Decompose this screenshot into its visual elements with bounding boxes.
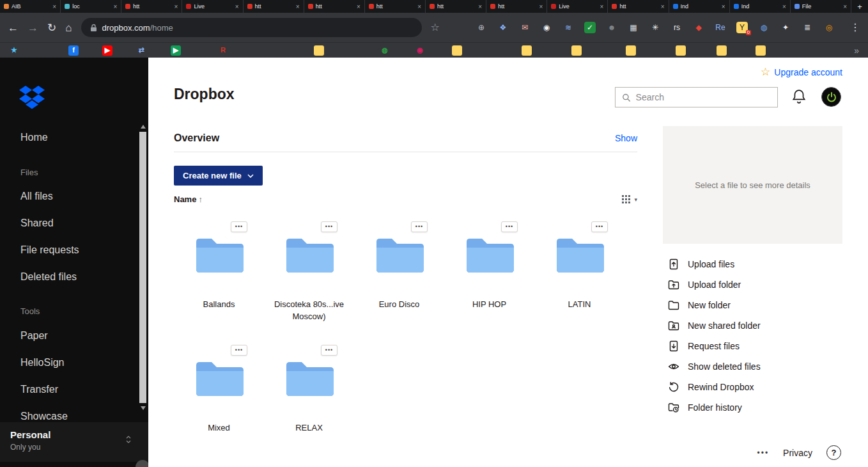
extension-icon[interactable]: ◆ (693, 22, 704, 33)
tab-close-icon[interactable]: × (417, 3, 421, 10)
upgrade-account[interactable]: ☆ Upgrade account (761, 65, 842, 79)
bookmark-icon[interactable] (522, 45, 532, 56)
folder-more-button[interactable]: ••• (501, 221, 518, 232)
tab-close-icon[interactable]: × (539, 3, 543, 10)
browser-tab[interactable]: htt × (121, 0, 182, 13)
tab-close-icon[interactable]: × (843, 3, 847, 10)
new-tab-button[interactable]: + (851, 0, 868, 13)
browser-tab[interactable]: htt × (365, 0, 426, 13)
sidebar-item-hellosign[interactable]: HelloSign (20, 357, 64, 368)
bookmark-icon[interactable]: ▶ (102, 45, 112, 56)
sidebar-item-transfer[interactable]: Transfer (20, 384, 58, 395)
bookmark-icon[interactable] (717, 45, 727, 56)
browser-tab[interactable]: htt × (486, 0, 547, 13)
extension-icon[interactable]: ❖ (497, 22, 509, 33)
extension-icon[interactable]: ▦ (628, 22, 639, 33)
search-box[interactable] (615, 87, 778, 107)
extension-icon[interactable]: ≣ (802, 22, 813, 33)
browser-tab[interactable]: htt × (304, 0, 365, 13)
extension-icon[interactable]: ◎ (823, 22, 835, 33)
action-request-files[interactable]: Request files (668, 336, 761, 356)
reload-icon[interactable]: ↻ (47, 22, 56, 33)
tab-close-icon[interactable]: × (661, 3, 665, 10)
bookmark-icon[interactable]: ⇄ (136, 45, 146, 56)
action-folder-history[interactable]: Folder history (668, 397, 761, 418)
tab-close-icon[interactable]: × (235, 3, 239, 10)
bookmark-icon[interactable] (452, 45, 462, 56)
sidebar-item-file-requests[interactable]: File requests (20, 244, 79, 256)
bookmarks-overflow-icon[interactable]: » (854, 45, 859, 56)
extension-icon[interactable]: ◍ (758, 22, 770, 33)
browser-tab[interactable]: loc × (61, 0, 121, 13)
privacy-link[interactable]: Privacy (783, 448, 812, 458)
tab-close-icon[interactable]: × (52, 3, 56, 10)
tab-close-icon[interactable]: × (600, 3, 604, 10)
bookmark-icon[interactable]: R (218, 45, 228, 56)
folder-more-button[interactable]: ••• (591, 221, 608, 232)
bookmark-icon[interactable] (676, 45, 686, 56)
sidebar-scrollbar[interactable] (139, 125, 147, 413)
tab-close-icon[interactable]: × (478, 3, 482, 10)
address-bar[interactable]: dropbox.com/home (81, 18, 422, 37)
sidebar-item-home[interactable]: Home (20, 132, 48, 143)
bookmark-icon[interactable]: f (68, 45, 79, 56)
action-new-shared-folder[interactable]: New shared folder (668, 315, 761, 336)
bookmark-icon[interactable]: ◍ (380, 45, 390, 56)
tab-close-icon[interactable]: × (782, 3, 786, 10)
show-link[interactable]: Show (615, 133, 637, 143)
search-input[interactable] (636, 92, 771, 102)
scroll-up-icon[interactable] (141, 125, 146, 129)
tab-close-icon[interactable]: × (722, 3, 725, 10)
avatar[interactable] (821, 87, 841, 107)
folder-more-button[interactable]: ••• (321, 221, 337, 232)
browser-menu-icon[interactable]: ⋮ (850, 22, 860, 33)
browser-tab[interactable]: File × (791, 0, 851, 13)
bookmark-icon[interactable] (626, 45, 636, 56)
bookmark-icon[interactable]: ◉ (415, 45, 425, 56)
tab-close-icon[interactable]: × (357, 3, 360, 10)
dropbox-logo[interactable] (19, 86, 45, 109)
folder-more-button[interactable]: ••• (231, 221, 247, 232)
folder-more-button[interactable]: ••• (321, 345, 337, 356)
browser-tab[interactable]: htt × (608, 0, 669, 13)
tab-close-icon[interactable]: × (113, 3, 117, 10)
action-upload-folder[interactable]: Upload folder (668, 274, 761, 295)
folder-tile[interactable]: ••• Euro Disco (354, 218, 444, 341)
extension-icon[interactable]: rs (671, 22, 683, 33)
tab-close-icon[interactable]: × (174, 3, 178, 10)
browser-tab[interactable]: htt × (426, 0, 486, 13)
home-icon[interactable]: ⌂ (65, 22, 72, 33)
browser-tab[interactable]: Live × (182, 0, 243, 13)
folder-tile[interactable]: ••• LATIN (534, 218, 624, 341)
folder-more-button[interactable]: ••• (231, 345, 247, 356)
extension-icon[interactable]: ≋ (562, 22, 574, 33)
tab-close-icon[interactable]: × (296, 3, 300, 10)
extension-icon[interactable]: ⊕ (476, 22, 487, 33)
browser-tab[interactable]: Ind × (669, 0, 730, 13)
extension-icon[interactable]: ✓ (584, 22, 596, 33)
bookmark-icon[interactable]: ▶ (171, 45, 181, 56)
folder-tile[interactable]: ••• Discoteka 80s...ive Moscow) (264, 218, 354, 341)
scroll-down-icon[interactable] (141, 406, 146, 410)
folder-tile[interactable]: ••• Mixed (174, 341, 264, 464)
bookmark-icon[interactable] (314, 45, 324, 56)
action-upload-files[interactable]: Upload files (668, 254, 761, 274)
bookmark-icon[interactable] (571, 45, 582, 56)
view-switcher[interactable]: ▾ (622, 195, 637, 203)
sidebar-item-shared[interactable]: Shared (20, 218, 54, 229)
help-icon[interactable]: ? (826, 445, 841, 460)
back-icon[interactable]: ← (8, 22, 19, 33)
account-switcher[interactable]: Personal Only you (0, 422, 148, 462)
upgrade-account-link[interactable]: Upgrade account (774, 67, 842, 77)
browser-tab[interactable]: Ind × (730, 0, 791, 13)
action-new-folder[interactable]: New folder (668, 295, 761, 315)
sidebar-item-all-files[interactable]: All files (20, 191, 53, 202)
extension-icon[interactable]: ☻ (606, 22, 617, 33)
create-new-file-button[interactable]: Create new file (174, 166, 263, 186)
folder-tile[interactable]: ••• Ballands (174, 218, 264, 341)
action-show-deleted-files[interactable]: Show deleted files (668, 356, 761, 377)
extension-icon[interactable]: Re (715, 22, 726, 33)
grid-view-icon[interactable] (622, 195, 630, 203)
folder-tile[interactable]: ••• HIP HOP (444, 218, 534, 341)
bookmark-icon[interactable]: ★ (9, 45, 19, 56)
